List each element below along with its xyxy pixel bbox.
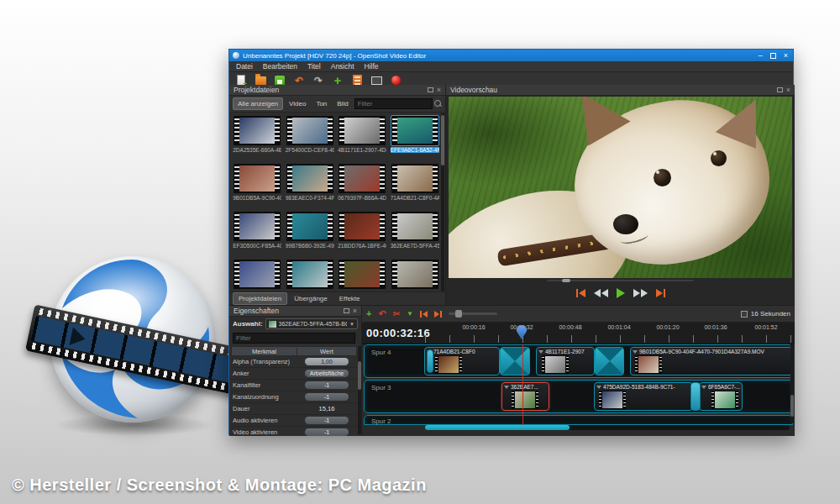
timeline-clip[interactable]: 475DA92D-5183-484B-9C71-: [594, 382, 693, 411]
play-button[interactable]: [617, 288, 625, 298]
dock-tab-uebergaenge[interactable]: Übergänge: [289, 293, 333, 304]
jump-end-button[interactable]: [656, 289, 665, 297]
property-value[interactable]: -1: [305, 381, 349, 389]
file-item[interactable]: 87D5A07D-53E5-46A...: [231, 257, 284, 291]
razor-icon[interactable]: ✂: [393, 309, 400, 318]
property-row[interactable]: Audio aktivieren-1: [231, 415, 357, 427]
file-label: 9B01DB5A-9C90-404...: [233, 195, 281, 201]
properties-scrollbar[interactable]: [358, 346, 361, 434]
file-item[interactable]: 2F5400CD-CEF8-406...: [284, 113, 337, 161]
close-button[interactable]: ×: [784, 52, 788, 60]
property-value[interactable]: -1: [305, 393, 349, 401]
transition[interactable]: [500, 347, 530, 375]
timeline-clip[interactable]: 6F65A6C7-...: [699, 382, 743, 411]
timeline-ruler[interactable]: 00:00:32:16 00:00:16 00:00:32 00:00:48 0…: [362, 323, 795, 344]
track-spur-2[interactable]: Spur 2: [364, 415, 793, 425]
minimize-button[interactable]: –: [759, 52, 763, 60]
property-row[interactable]: Kanalzuordnung-1: [231, 391, 357, 403]
file-item[interactable]: 2DA2535E-660A-4EC...: [231, 113, 284, 161]
file-item[interactable]: 9B01DB5A-9C90-404...: [231, 161, 284, 209]
selection-label: Auswahl:: [233, 320, 263, 328]
file-thumbnail: [234, 212, 281, 241]
file-item[interactable]: 83753BC4-659A-4C9...: [284, 257, 337, 291]
export-video-icon: [391, 76, 401, 85]
project-files-title: Projektdateien: [234, 86, 279, 94]
previous-marker-button[interactable]: [420, 311, 428, 318]
property-row[interactable]: Dauer15,16: [231, 403, 357, 415]
transition-handle[interactable]: [690, 382, 701, 411]
tab-ton[interactable]: Ton: [312, 98, 331, 109]
file-item[interactable]: 362EAE7D-5FFA-457B...: [389, 209, 442, 257]
clip-trim-handle[interactable]: [427, 349, 433, 373]
titlebar[interactable]: Unbenanntes Projekt [HDV 720 24p] - Open…: [229, 50, 793, 61]
search-icon: [434, 100, 442, 108]
close-panel-icon[interactable]: ×: [786, 87, 790, 93]
zoom-scale-icon[interactable]: [741, 311, 748, 318]
track-spur-3[interactable]: Spur 3 362EAE7... 475DA92D-5183-484B-9C7…: [364, 380, 793, 413]
zoom-slider-handle[interactable]: [455, 310, 462, 318]
file-item[interactable]: 0679397F-B66A-4D25...: [336, 161, 389, 209]
timeline-clip[interactable]: 4B1171E1-2907: [536, 347, 595, 375]
property-row[interactable]: Alpha (Transparenz)1,00: [231, 356, 357, 368]
tab-video[interactable]: Video: [285, 98, 310, 109]
snapping-icon[interactable]: ↶: [378, 309, 386, 318]
timeline-v-scrollbar[interactable]: [790, 344, 794, 423]
property-row[interactable]: Kanalfilter-1: [231, 380, 357, 391]
timeline-h-scrollbar[interactable]: [425, 425, 790, 430]
file-item[interactable]: 20235F85-C7B0-49C...: [389, 257, 442, 291]
menu-hilfe[interactable]: Hilfe: [365, 62, 379, 71]
file-item[interactable]: EF3D500C-F85A-4074...: [231, 209, 284, 257]
float-panel-icon[interactable]: [344, 308, 349, 313]
file-item[interactable]: 71A4DB21-C8F0-4AD...: [389, 161, 442, 209]
file-item-selected[interactable]: EFE9A6C1-6A52-4F3...: [389, 113, 442, 161]
menu-datei[interactable]: Datei: [236, 62, 253, 71]
timeline-clip[interactable]: 71A4DB21-C8F0: [424, 347, 500, 375]
add-marker-icon[interactable]: ▼: [407, 309, 413, 318]
fast-forward-button[interactable]: [633, 289, 648, 297]
clip-thumbnail: [542, 355, 569, 374]
timeline-clip[interactable]: 9B01DB5A-9C90-404F-A470-7901D4A327A9.MOV: [630, 347, 794, 375]
file-item[interactable]: 983EAEC0-F374-4FEA...: [284, 161, 337, 209]
tab-bild[interactable]: Bild: [333, 98, 352, 109]
close-panel-icon[interactable]: ×: [353, 308, 357, 314]
transition[interactable]: [595, 347, 624, 375]
ruler-ticks: [425, 335, 791, 343]
clip-label: 475DA92D-5183-484B-9C71-: [603, 384, 690, 390]
menu-ansicht[interactable]: Ansicht: [331, 62, 354, 71]
maximize-button[interactable]: [770, 53, 776, 59]
properties-filter-input[interactable]: [233, 333, 355, 344]
property-value[interactable]: -1: [305, 428, 349, 436]
dock-tab-projektdateien[interactable]: Projektdateien: [233, 292, 287, 305]
tab-alle-anzeigen[interactable]: Alle anzeigen: [233, 97, 283, 110]
jump-start-button[interactable]: [576, 289, 585, 297]
h-scrollbar-thumb[interactable]: [425, 425, 570, 430]
seek-handle[interactable]: [562, 279, 570, 282]
file-item[interactable]: 9B3C39D6-1E72-4B9...: [336, 257, 389, 291]
dock-tab-effekte[interactable]: Effekte: [334, 293, 365, 304]
files-scrollbar[interactable]: [441, 113, 444, 291]
rewind-button[interactable]: [594, 289, 608, 297]
property-row[interactable]: Video aktivieren-1: [231, 427, 357, 436]
playhead-line: [522, 344, 523, 425]
file-item[interactable]: 99B7B6B0-392E-49F...: [284, 209, 337, 257]
property-value[interactable]: 1,00: [305, 358, 349, 365]
close-panel-icon[interactable]: ×: [437, 87, 441, 93]
property-value[interactable]: -1: [305, 417, 349, 424]
file-item[interactable]: 21BDD76A-1BFE-40E...: [336, 209, 389, 257]
timeline-zoom-slider[interactable]: [449, 312, 497, 315]
float-panel-icon[interactable]: [428, 87, 433, 92]
add-track-icon[interactable]: +: [366, 309, 371, 318]
preview-header: Videovorschau ×: [446, 85, 795, 96]
menu-bearbeiten[interactable]: Bearbeiten: [263, 62, 297, 71]
menu-titel[interactable]: Titel: [307, 62, 321, 71]
files-filter-input[interactable]: [354, 98, 433, 109]
next-marker-button[interactable]: [434, 311, 442, 318]
selection-dropdown[interactable]: 362EAE7D-5FFA-457B-B62... ▼: [265, 318, 358, 329]
property-value[interactable]: Arbeitsfläche: [305, 370, 349, 377]
file-item[interactable]: 4B1171E1-2907-4DEB...: [336, 113, 389, 161]
timeline-clip-selected[interactable]: 362EAE7...: [501, 382, 549, 411]
property-row[interactable]: AnkerArbeitsfläche: [231, 368, 357, 380]
float-panel-icon[interactable]: [777, 87, 783, 92]
track-spur-4[interactable]: Spur 4 71A4DB21-C8F0 4B1171E1-2907 9B01D…: [364, 344, 793, 378]
preview-seek-slider[interactable]: [547, 280, 694, 281]
